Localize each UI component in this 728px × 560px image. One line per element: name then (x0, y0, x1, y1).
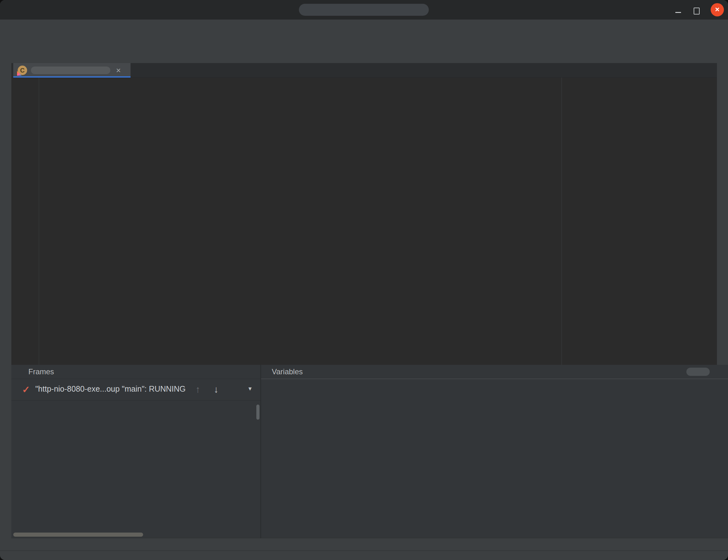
right-margin-guide (562, 78, 562, 365)
tab-title-redacted (31, 67, 110, 74)
editor-tab[interactable]: C × (13, 63, 131, 78)
variables-header-pill[interactable] (686, 368, 710, 376)
tab-close-icon[interactable]: × (116, 66, 121, 75)
frames-vscrollbar[interactable] (256, 405, 259, 420)
debug-panel: Frames ✓ "http-nio-8080-exe...oup "main"… (11, 365, 728, 538)
frames-filter-caret-icon[interactable]: ▾ (248, 385, 252, 392)
maximize-button[interactable] (694, 8, 700, 15)
ide-window: × C × Frames ✓ "http-nio-8080-exe...oup (0, 0, 728, 560)
frames-panel: Frames ✓ "http-nio-8080-exe...oup "main"… (11, 365, 261, 538)
frame-up-icon[interactable]: ↑ (195, 384, 200, 395)
tool-window-bar (11, 538, 728, 551)
kotlin-class-icon: C (18, 66, 27, 75)
editor: C × (11, 63, 717, 365)
frame-down-icon[interactable]: ↓ (214, 384, 218, 395)
left-tool-stripe (0, 63, 12, 551)
menu-bar (0, 20, 728, 32)
code-lines (11, 78, 717, 85)
title-bar: × (0, 0, 728, 20)
variables-title: Variables (261, 365, 728, 379)
thread-running-check-icon: ✓ (22, 384, 30, 395)
breadcrumb (0, 51, 728, 63)
variables-panel: Variables (261, 365, 728, 538)
minimize-button[interactable] (675, 12, 681, 13)
thread-label: "http-nio-8080-exe...oup "main": RUNNING (35, 384, 186, 394)
main-toolbar (0, 32, 728, 51)
thread-selector[interactable]: ✓ "http-nio-8080-exe...oup "main": RUNNI… (11, 379, 260, 400)
code-area (11, 78, 717, 365)
close-button[interactable]: × (711, 3, 724, 16)
status-bar (0, 551, 728, 560)
editor-tab-bar: C × (11, 63, 717, 78)
frames-list (11, 400, 260, 404)
frames-hscrollbar[interactable] (13, 533, 143, 537)
window-title-redacted (299, 4, 429, 16)
gutter-border (39, 78, 39, 365)
variables-list (261, 379, 728, 383)
frames-title: Frames (11, 365, 260, 379)
